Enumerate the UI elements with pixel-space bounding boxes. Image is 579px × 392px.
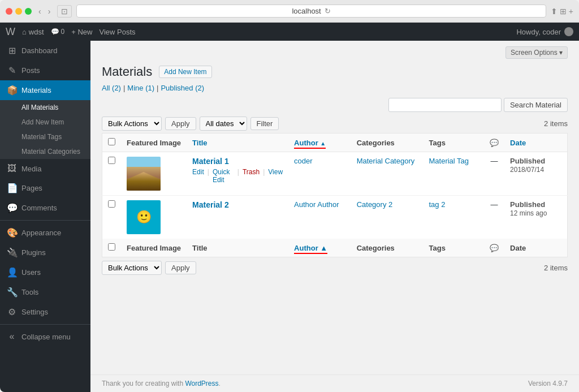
category-link-2[interactable]: Category 2 [357, 200, 393, 209]
new-button[interactable]: + New [71, 28, 92, 36]
title-header: Title [187, 133, 288, 152]
sidebar-item-plugins[interactable]: 🔌 Plugins [0, 243, 90, 262]
edit-link-1[interactable]: Edit [192, 168, 204, 184]
date-status-2: Published [510, 200, 545, 209]
sidebar-item-materials[interactable]: 📦 Materials [0, 80, 90, 100]
author-sort-link[interactable]: Author ▲ [294, 139, 326, 149]
submenu-add-new-item[interactable]: Add New Item [0, 115, 90, 130]
notifications-badge[interactable]: 💬 0 [51, 28, 65, 36]
comment-bubble-icon: 💬 [490, 139, 499, 147]
sidebar-item-collapse[interactable]: « Collapse menu [0, 327, 90, 346]
new-tab-button[interactable]: ⊞ [560, 7, 567, 16]
date-sort-link[interactable]: Date [510, 139, 526, 147]
sidebar-item-label: Materials [21, 86, 51, 94]
bulk-actions-select-top[interactable]: Bulk Actions [102, 117, 162, 131]
category-link-1[interactable]: Material Category [357, 157, 415, 165]
wp-logo-icon[interactable]: W [6, 26, 15, 38]
featured-image-1 [127, 157, 161, 191]
footer-author-sort-link[interactable]: Author ▲ [294, 244, 327, 254]
minimize-dot[interactable] [15, 8, 22, 15]
page-title: Materials [102, 64, 152, 79]
quick-edit-link-1[interactable]: Quick Edit [213, 168, 234, 184]
page-wrap: Materials Add New Item All (2) | Mine (1… [90, 59, 579, 374]
sidebar-item-users[interactable]: 👤 Users [0, 262, 90, 282]
footer-text: Thank you for creating with WordPress. [102, 380, 221, 387]
date-filter-select[interactable]: All dates [200, 117, 247, 131]
filter-mine[interactable]: Mine (1) [127, 84, 154, 92]
submenu-all-materials[interactable]: All Materials [0, 100, 90, 115]
settings-icon: ⚙ [7, 307, 17, 317]
sidebar-item-dashboard[interactable]: ⊞ Dashboard [0, 41, 90, 61]
site-name[interactable]: ⌂ wdst [22, 28, 44, 36]
filter-published[interactable]: Published (2) [161, 84, 204, 92]
table-row: 🙂 Material 2 Author Author Category 2 [102, 196, 568, 239]
browser-navigation: ‹ › [36, 6, 53, 17]
filter-button[interactable]: Filter [250, 117, 279, 130]
sidebar-item-tools[interactable]: 🔧 Tools [0, 282, 90, 302]
row-checkbox-2[interactable] [108, 200, 115, 208]
tag-link-2[interactable]: tag 2 [429, 200, 445, 209]
sidebar-item-comments[interactable]: 💬 Comments [0, 198, 90, 218]
materials-icon: 📦 [7, 85, 17, 96]
footer-featured-header: Featured Image [121, 239, 187, 257]
search-button[interactable]: Search Material [504, 98, 568, 112]
footer-comments-header: 💬 [484, 239, 504, 257]
forward-button[interactable]: › [46, 6, 53, 17]
date-value-1: 2018/07/14 [510, 166, 544, 174]
table-row: Material 1 Edit | Quick Edit | Trash | V… [102, 152, 568, 196]
item-title-link-1[interactable]: Material 1 [192, 157, 229, 166]
window-button[interactable]: ⊡ [57, 5, 72, 18]
sidebar-item-media[interactable]: 🖼 Media [0, 159, 90, 178]
wp-footer: Thank you for creating with WordPress. V… [90, 374, 579, 392]
author-link-1[interactable]: coder [294, 157, 313, 165]
select-all-checkbox-bottom[interactable] [108, 243, 115, 251]
search-input[interactable] [388, 98, 502, 112]
footer-date-header: Date [504, 239, 567, 257]
url-bar[interactable]: localhost ↻ [76, 5, 546, 18]
trash-link-1[interactable]: Trash [243, 168, 260, 184]
row-checkbox-1[interactable] [108, 157, 115, 164]
view-link-1[interactable]: View [268, 168, 283, 184]
bulk-actions-select-bottom[interactable]: Bulk Actions [102, 261, 162, 275]
sidebar-item-appearance[interactable]: 🎨 Appearance [0, 223, 90, 243]
back-button[interactable]: ‹ [36, 6, 44, 17]
sidebar-item-label: Dashboard [21, 46, 58, 55]
submenu-material-tags[interactable]: Material Tags [0, 130, 90, 144]
sidebar-item-label: Settings [21, 308, 48, 316]
apply-button-top[interactable]: Apply [165, 117, 196, 130]
add-tab-button[interactable]: + [569, 7, 573, 16]
footer-title-header: Title [187, 239, 288, 257]
screen-options-button[interactable]: Screen Options ▾ [505, 46, 568, 59]
materials-table: Featured Image Title Author ▲ [102, 133, 568, 257]
sidebar-item-label: Collapse menu [21, 333, 71, 341]
maximize-dot[interactable] [25, 8, 32, 15]
select-all-checkbox[interactable] [108, 138, 115, 145]
featured-image-cell-1 [121, 152, 187, 196]
sidebar-item-posts[interactable]: ✎ Posts [0, 61, 90, 80]
tag-link-1[interactable]: Material Tag [429, 157, 469, 165]
view-posts-link[interactable]: View Posts [100, 28, 136, 36]
sidebar-item-label: Posts [21, 66, 40, 75]
tools-icon: 🔧 [7, 287, 17, 298]
bulk-actions-top: Bulk Actions Apply All dates Filter 2 it… [102, 117, 568, 131]
comment-icon: 💬 [51, 28, 59, 36]
featured-image-2: 🙂 [127, 200, 161, 234]
close-dot[interactable] [6, 8, 12, 15]
apply-button-bottom[interactable]: Apply [165, 261, 196, 274]
add-new-button[interactable]: Add New Item [159, 66, 211, 78]
items-count-bottom: 2 items [544, 264, 568, 272]
sidebar-divider-2 [0, 324, 90, 325]
wordpress-link[interactable]: WordPress [185, 380, 218, 387]
filter-all[interactable]: All (2) [102, 84, 121, 92]
sidebar-item-settings[interactable]: ⚙ Settings [0, 302, 90, 322]
sidebar: ⊞ Dashboard ✎ Posts 📦 Materials All Mate… [0, 41, 90, 392]
submenu-material-categories[interactable]: Material Categories [0, 144, 90, 159]
user-avatar[interactable] [564, 27, 573, 36]
share-button[interactable]: ⬆ [551, 7, 558, 16]
author-link-2[interactable]: Author Author [294, 200, 339, 209]
comment-cell-2: — [484, 196, 504, 239]
item-title-link-2[interactable]: Material 2 [192, 200, 229, 209]
title-sort-link[interactable]: Title [192, 139, 208, 147]
page-title-row: Materials Add New Item [102, 64, 568, 79]
sidebar-item-pages[interactable]: 📄 Pages [0, 178, 90, 198]
